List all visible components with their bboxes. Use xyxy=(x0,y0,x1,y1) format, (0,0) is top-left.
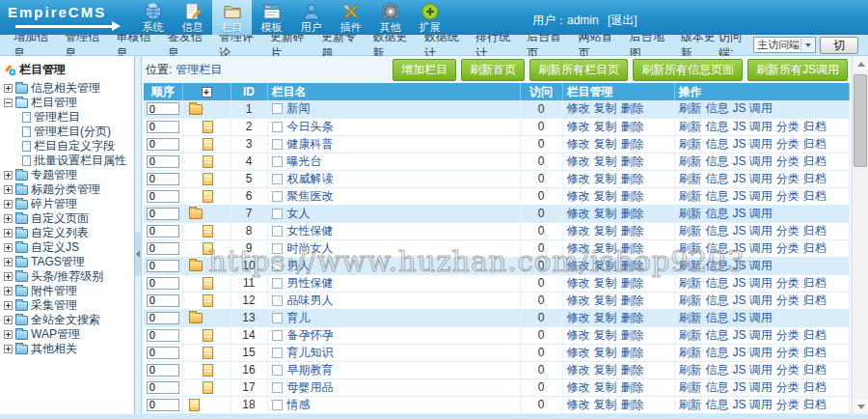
sort-order-input[interactable] xyxy=(147,277,179,290)
operation-link[interactable]: JS 调用 xyxy=(733,259,773,272)
operation-link[interactable]: 信息 xyxy=(706,259,729,272)
operation-link[interactable]: 归档 xyxy=(803,224,827,237)
operation-link[interactable]: 归档 xyxy=(803,137,827,151)
top-tab-window[interactable]: 模板 xyxy=(252,0,291,35)
expand-plus-icon[interactable] xyxy=(4,316,13,324)
category-name-link[interactable]: 育儿 xyxy=(287,311,311,324)
sidebar-tree-item[interactable]: TAGS管理 xyxy=(3,255,134,269)
category-name-link[interactable]: 备孕怀孕 xyxy=(287,328,334,342)
row-checkbox[interactable] xyxy=(272,330,283,341)
operation-link[interactable]: JS 调用 xyxy=(733,101,773,115)
operation-link[interactable]: 信息 xyxy=(706,346,729,359)
sidebar-tree-item[interactable]: 其他相关 xyxy=(3,342,134,356)
sort-order-input[interactable] xyxy=(147,294,179,307)
row-checkbox[interactable] xyxy=(272,313,283,323)
sort-order-input[interactable] xyxy=(147,190,179,203)
category-name-link[interactable]: 女性保健 xyxy=(287,224,334,237)
access-select[interactable]: 主访问端 xyxy=(753,37,816,53)
sidebar-tree-item[interactable]: 全站全文搜索 xyxy=(3,313,134,327)
row-checkbox[interactable] xyxy=(272,243,283,254)
operation-link[interactable]: 归档 xyxy=(803,172,827,185)
row-checkbox[interactable] xyxy=(272,348,283,358)
vertical-scrollbar[interactable] xyxy=(852,56,868,414)
manage-link[interactable]: 删除 xyxy=(621,380,644,394)
row-checkbox[interactable] xyxy=(272,191,283,202)
operation-link[interactable]: 信息 xyxy=(706,363,729,377)
operation-link[interactable]: JS 调用 xyxy=(733,363,773,377)
manage-link[interactable]: 复制 xyxy=(594,189,617,203)
top-tab-globe[interactable]: 系统 xyxy=(133,0,173,35)
manage-link[interactable]: 复制 xyxy=(594,224,617,237)
operation-link[interactable]: 分类 xyxy=(776,380,800,394)
operation-link[interactable]: 归档 xyxy=(803,189,827,203)
operation-link[interactable]: 刷新 xyxy=(679,189,702,203)
collapse-minus-icon[interactable] xyxy=(4,98,13,107)
category-name-link[interactable]: 早期教育 xyxy=(287,363,334,377)
operation-link[interactable]: 归档 xyxy=(803,328,827,342)
expand-plus-icon[interactable] xyxy=(4,229,13,237)
operation-link[interactable]: 分类 xyxy=(776,154,800,168)
manage-link[interactable]: 修改 xyxy=(567,328,590,342)
row-checkbox[interactable] xyxy=(272,278,283,289)
category-name-link[interactable]: 男人 xyxy=(287,259,311,272)
category-name-link[interactable]: 品味男人 xyxy=(287,293,334,307)
operation-link[interactable]: 归档 xyxy=(803,241,827,255)
operation-link[interactable]: 归档 xyxy=(803,293,827,307)
sidebar-tree-item[interactable]: 碎片管理 xyxy=(3,197,134,211)
sort-order-input[interactable] xyxy=(147,242,179,255)
operation-link[interactable]: 信息 xyxy=(706,224,729,237)
sidebar-tree-item[interactable]: 附件管理 xyxy=(3,284,134,298)
manage-link[interactable]: 复制 xyxy=(594,172,617,185)
manage-link[interactable]: 修改 xyxy=(567,346,590,359)
manage-link[interactable]: 删除 xyxy=(621,293,644,307)
sort-order-input[interactable] xyxy=(147,364,179,377)
manage-link[interactable]: 复制 xyxy=(594,398,617,411)
operation-link[interactable]: 信息 xyxy=(706,276,729,290)
manage-link[interactable]: 修改 xyxy=(567,101,590,115)
row-checkbox[interactable] xyxy=(272,156,283,167)
manage-link[interactable]: 修改 xyxy=(567,363,590,377)
scrollbar-thumb[interactable] xyxy=(854,74,867,167)
operation-link[interactable]: 归档 xyxy=(803,398,827,411)
category-name-link[interactable]: 母婴用品 xyxy=(287,380,334,394)
top-tab-user[interactable]: 用户 xyxy=(291,0,331,35)
manage-link[interactable]: 修改 xyxy=(567,259,590,272)
operation-link[interactable]: 信息 xyxy=(706,120,729,133)
row-checkbox[interactable] xyxy=(272,261,283,271)
sidebar-tree-item[interactable]: 栏目管理 xyxy=(3,96,134,110)
operation-link[interactable]: 刷新 xyxy=(679,363,702,377)
operation-link[interactable]: 分类 xyxy=(776,224,800,237)
manage-link[interactable]: 复制 xyxy=(594,328,617,342)
sidebar-tree-item[interactable]: 自定义页面 xyxy=(3,211,134,226)
manage-link[interactable]: 修改 xyxy=(567,137,590,151)
operation-link[interactable]: 刷新 xyxy=(679,241,702,255)
operation-link[interactable]: JS 调用 xyxy=(733,328,773,342)
manage-link[interactable]: 复制 xyxy=(594,101,617,115)
category-name-link[interactable]: 聚焦医改 xyxy=(287,189,334,203)
green-action-button[interactable]: 刷新所有栏目页 xyxy=(529,59,628,81)
category-name-link[interactable]: 健康科普 xyxy=(287,137,334,151)
category-name-link[interactable]: 男性保健 xyxy=(287,276,334,290)
operation-link[interactable]: JS 调用 xyxy=(733,224,773,237)
operation-link[interactable]: 归档 xyxy=(803,346,827,359)
operation-link[interactable]: 刷新 xyxy=(679,346,702,359)
top-tab-plus[interactable]: 扩展 xyxy=(410,0,449,35)
operation-link[interactable]: 刷新 xyxy=(679,276,702,290)
manage-link[interactable]: 修改 xyxy=(567,189,590,203)
row-checkbox[interactable] xyxy=(272,122,283,132)
operation-link[interactable]: 归档 xyxy=(803,120,827,133)
manage-link[interactable]: 复制 xyxy=(594,363,617,377)
expand-plus-icon[interactable] xyxy=(4,287,13,295)
operation-link[interactable]: 刷新 xyxy=(679,207,702,220)
operation-link[interactable]: 归档 xyxy=(803,276,827,290)
sort-order-input[interactable] xyxy=(147,347,179,359)
manage-link[interactable]: 修改 xyxy=(567,241,590,255)
operation-link[interactable]: 信息 xyxy=(706,241,729,255)
manage-link[interactable]: 复制 xyxy=(594,311,617,324)
sort-order-input[interactable] xyxy=(147,138,179,151)
operation-link[interactable]: 分类 xyxy=(776,346,800,359)
operation-link[interactable]: 分类 xyxy=(776,276,800,290)
manage-link[interactable]: 修改 xyxy=(567,154,590,168)
operation-link[interactable]: 归档 xyxy=(803,380,827,394)
manage-link[interactable]: 删除 xyxy=(621,328,644,342)
